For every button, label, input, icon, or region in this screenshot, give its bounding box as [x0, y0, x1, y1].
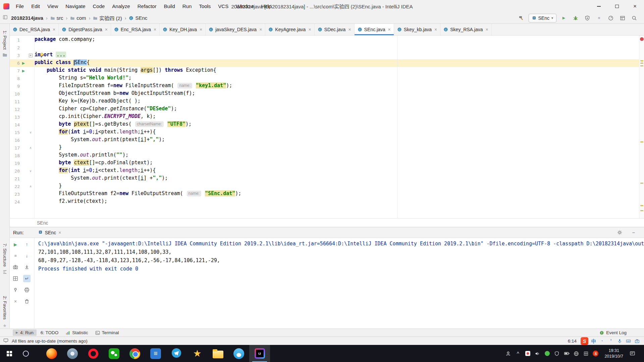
soft-wrap-icon[interactable]: ↵: [23, 275, 31, 282]
menu-edit[interactable]: Edit: [28, 0, 44, 12]
close-tab-icon[interactable]: ×: [259, 27, 262, 32]
stop-button[interactable]: ■: [12, 252, 19, 259]
menu-navigate[interactable]: Navigate: [62, 0, 89, 12]
gutter-line[interactable]: 17∧: [10, 144, 34, 152]
close-icon[interactable]: ×: [12, 298, 19, 305]
close-tab-icon[interactable]: ×: [53, 27, 55, 32]
code-line[interactable]: }: [35, 144, 639, 152]
taskbar-app-explorer[interactable]: [208, 345, 228, 362]
tool-window-button-terminal[interactable]: Terminal: [92, 329, 122, 336]
code-line[interactable]: Key k=(Key)b.readObject( );: [35, 98, 639, 106]
close-tab-icon[interactable]: ×: [348, 27, 351, 32]
taskbar-app-wps[interactable]: [145, 345, 166, 362]
down-stack-icon[interactable]: ↓: [23, 252, 31, 259]
close-tab-icon[interactable]: ×: [388, 27, 391, 32]
gutter-line[interactable]: 15∨: [10, 129, 34, 136]
tab-javaskey_des-java[interactable]: CjavaSkey_DES.java×: [206, 24, 265, 35]
tool-window-button-6-todo[interactable]: 6: TODO: [38, 329, 62, 336]
gutter-line[interactable]: 19: [10, 160, 34, 167]
tray-volume-icon[interactable]: [534, 351, 540, 357]
tab-enc_rsa-java[interactable]: CEnc_RSA.java×: [111, 24, 160, 35]
warning-stripe-mark[interactable]: [640, 183, 643, 184]
code-line[interactable]: public static void main(String args[]) t…: [35, 67, 639, 75]
code-line[interactable]: f2.write(ctext);: [35, 198, 639, 206]
breadcrumb-item[interactable]: com: [69, 15, 87, 21]
gutter-line[interactable]: 21: [10, 175, 34, 183]
close-tab-icon[interactable]: ×: [486, 27, 488, 32]
caret-position[interactable]: 6:14: [568, 339, 577, 344]
gutter-line[interactable]: 6▶: [10, 59, 34, 67]
profiler-icon[interactable]: [606, 14, 615, 22]
maximize-button[interactable]: [608, 0, 626, 12]
close-tab-icon[interactable]: ×: [434, 27, 437, 32]
tray-network-icon[interactable]: [573, 351, 579, 357]
clear-icon[interactable]: [23, 298, 31, 305]
close-tab-icon[interactable]: ×: [58, 230, 61, 235]
code-line[interactable]: byte ptext[]=s.getBytes( charsetName: "U…: [35, 121, 639, 129]
start-button[interactable]: [0, 345, 18, 362]
notification-center-icon[interactable]: [629, 351, 635, 357]
ime-quote-icon[interactable]: ’: [607, 338, 614, 345]
gutter-line[interactable]: 23: [10, 190, 34, 198]
code-line[interactable]: }: [35, 183, 639, 190]
menu-vcs[interactable]: VCS: [214, 0, 232, 12]
taskbar-app-qq[interactable]: [228, 345, 249, 362]
tab-skey_kb-java[interactable]: CSkey_kb.java×: [394, 24, 440, 35]
fold-open-icon[interactable]: ∨: [30, 170, 32, 173]
code-line[interactable]: FileOutputStream f2=new FileOutputStream…: [35, 190, 639, 198]
breadcrumb-item[interactable]: CSEnc: [128, 15, 148, 21]
coverage-button[interactable]: [583, 14, 592, 22]
warning-stripe-mark[interactable]: [640, 205, 643, 206]
tray-guard-icon[interactable]: [525, 351, 531, 357]
tray-chat-icon[interactable]: [544, 351, 550, 357]
menu-refactor[interactable]: Refactor: [134, 0, 160, 12]
editor-code-area[interactable]: package com.company;import ...public cla…: [35, 36, 639, 218]
warning-stripe-mark[interactable]: [640, 63, 643, 64]
warning-stripe-mark[interactable]: [640, 60, 643, 61]
menu-code[interactable]: Code: [89, 0, 108, 12]
breadcrumb-item[interactable]: 20182314java: [10, 15, 44, 21]
close-tab-icon[interactable]: ×: [154, 27, 156, 32]
gutter-line[interactable]: 14: [10, 121, 34, 129]
run-tab[interactable]: SEnc ×: [35, 227, 64, 238]
fold-open-icon[interactable]: ∨: [30, 131, 32, 134]
code-line[interactable]: for(int i=0;i<ptext.length;i++){: [35, 129, 639, 136]
close-tab-icon[interactable]: ×: [105, 27, 108, 32]
editor-gutter[interactable]: 123+6▶7▶89101112131415∨1617∧181920∨2122∧…: [10, 36, 35, 218]
tool-window-button-4-run[interactable]: ▶4: Run: [13, 329, 37, 336]
search-everywhere-icon[interactable]: [630, 14, 639, 22]
taskbar-app-star[interactable]: ★: [187, 345, 208, 362]
tab-keyagree-java[interactable]: CKeyAgree.java×: [265, 24, 314, 35]
dump-threads-icon[interactable]: [12, 263, 19, 271]
fold-close-icon[interactable]: ∧: [30, 146, 32, 149]
taskbar-app-chrome[interactable]: [124, 345, 145, 362]
print-icon[interactable]: [23, 286, 31, 294]
close-button[interactable]: ×: [626, 0, 644, 12]
code-line[interactable]: byte ctext[]=cp.doFinal(ptext);: [35, 160, 639, 167]
tray-grid-icon[interactable]: [583, 351, 589, 357]
gutter-line[interactable]: 13: [10, 113, 34, 121]
run-button[interactable]: ▶: [559, 14, 568, 22]
taskbar-app-idea[interactable]: IJ: [249, 345, 270, 362]
sidebar-item-structure[interactable]: 7: Structure: [0, 243, 9, 276]
taskbar-app-firefox[interactable]: [41, 345, 62, 362]
tab-senc-java[interactable]: CSEnc.java×: [355, 24, 394, 35]
taskbar-app-opera[interactable]: [83, 345, 104, 362]
gutter-line[interactable]: 24: [10, 198, 34, 206]
run-line-icon[interactable]: ▶: [22, 61, 25, 65]
tool-window-button-event-log[interactable]: Event Log: [596, 329, 630, 336]
sidebar-item-project[interactable]: 1: Project: [0, 31, 9, 59]
intention-bulb-icon[interactable]: [39, 52, 44, 57]
gutter-line[interactable]: 9: [10, 82, 34, 90]
menu-analyze[interactable]: Analyze: [108, 0, 133, 12]
menu-file[interactable]: File: [12, 0, 28, 12]
gutter-line[interactable]: 3+: [10, 52, 34, 59]
taskbar-app-remote[interactable]: [62, 345, 83, 362]
warning-stripe-mark[interactable]: [640, 65, 643, 66]
tool-window-button-statistic[interactable]: Statistic: [62, 329, 91, 336]
code-line[interactable]: FileInputStream f=new FileInputStream( n…: [35, 82, 639, 90]
warning-stripe-mark[interactable]: [640, 141, 643, 142]
console-output[interactable]: C:\java\bin\java.exe "-javaagent:D:\Inte…: [35, 238, 644, 328]
fold-close-icon[interactable]: ∧: [30, 185, 32, 188]
tray-battery-icon[interactable]: [564, 351, 570, 357]
